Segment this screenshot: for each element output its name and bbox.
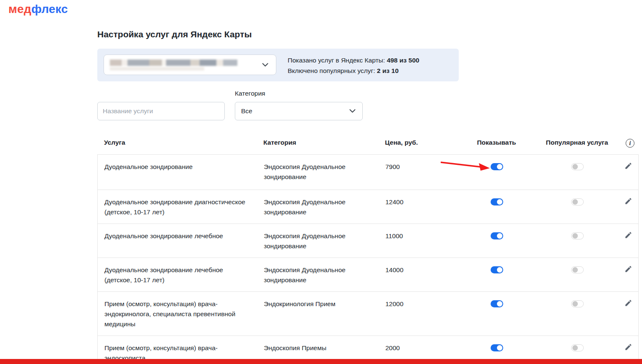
service-price: 7900 [385, 155, 463, 190]
clinic-name-redacted [110, 60, 237, 70]
service-price: 11000 [385, 224, 463, 257]
table-row: Дуоденальное зондирование лечебное (детс… [98, 258, 638, 292]
header-price: Цена, руб. [385, 135, 463, 154]
service-price: 12000 [385, 292, 463, 335]
page-title: Настройка услуг для Яндекс Карты [97, 29, 252, 39]
table-row: Дуоденальное зондирование диагностическо… [98, 190, 638, 224]
show-toggle[interactable] [491, 300, 503, 307]
summary-panel: Показано услуг в Яндекс Карты: 498 из 50… [97, 49, 459, 81]
table-header-row: Услуга Категория Цена, руб. Показывать П… [97, 135, 639, 154]
category-filter-label: Категория [235, 90, 265, 97]
show-toggle[interactable] [491, 266, 503, 273]
popular-toggle[interactable] [571, 300, 584, 307]
service-name: Дуоденальное зондирование лечебное [98, 224, 264, 257]
table-row: Дуоденальное зондирование Эндоскопия Дуо… [98, 155, 638, 190]
service-category: Эндоскопия Дуоденальное зондирование [264, 224, 385, 257]
service-name-input[interactable] [97, 102, 225, 120]
medflex-logo[interactable]: медфлекс [8, 3, 68, 16]
header-category: Категория [263, 135, 385, 154]
logo-part-red: мед [8, 3, 31, 16]
show-toggle[interactable] [491, 232, 503, 239]
info-icon[interactable]: i [626, 139, 634, 148]
clinic-select[interactable] [104, 55, 276, 75]
chevron-down-icon [262, 63, 268, 67]
services-table: Услуга Категория Цена, руб. Показывать П… [97, 135, 639, 364]
category-select[interactable]: Все [235, 102, 363, 120]
edit-pencil-icon[interactable] [624, 265, 632, 273]
service-price: 12400 [385, 190, 463, 224]
service-category: Эндоскопия Дуоденальное зондирование [264, 190, 385, 224]
service-name: Дуоденальное зондирование лечебное (детс… [98, 258, 264, 291]
service-price: 14000 [385, 258, 463, 291]
service-name: Прием (осмотр, консультация) врача-эндок… [98, 292, 264, 335]
popular-toggle[interactable] [571, 163, 584, 170]
popular-toggle[interactable] [571, 232, 584, 239]
popular-services-count: 2 из 10 [377, 67, 399, 74]
service-category: Эндоскопия Дуоденальное зондирование [264, 258, 385, 291]
popular-toggle[interactable] [571, 266, 584, 273]
header-show: Показывать [463, 135, 530, 154]
service-name: Дуоденальное зондирование диагностическо… [98, 190, 264, 224]
shown-services-count: 498 из 500 [387, 57, 419, 64]
table-body: Дуоденальное зондирование Эндоскопия Дуо… [97, 154, 639, 364]
header-popular: Популярная услуга [530, 135, 624, 154]
table-row: Дуоденальное зондирование лечебное Эндос… [98, 224, 638, 258]
shown-services-line: Показано услуг в Яндекс Карты: 498 из 50… [288, 55, 419, 65]
show-toggle[interactable] [491, 198, 503, 205]
edit-pencil-icon[interactable] [624, 299, 632, 307]
service-category: Эндокринология Прием [264, 292, 385, 335]
edit-pencil-icon[interactable] [624, 231, 632, 239]
edit-pencil-icon[interactable] [624, 197, 632, 205]
category-select-value: Все [241, 107, 252, 115]
show-toggle[interactable] [491, 163, 503, 170]
bottom-red-bar [0, 359, 642, 364]
service-name: Дуоденальное зондирование [98, 155, 264, 190]
popular-toggle[interactable] [571, 344, 584, 351]
header-service: Услуга [97, 135, 263, 154]
show-toggle[interactable] [491, 344, 503, 351]
popular-toggle[interactable] [571, 198, 584, 205]
popular-services-line: Включено популярных услуг: 2 из 10 [288, 65, 419, 76]
edit-pencil-icon[interactable] [624, 162, 632, 170]
service-category: Эндоскопия Дуоденальное зондирование [264, 155, 385, 190]
edit-pencil-icon[interactable] [624, 343, 632, 351]
logo-part-blue: флекс [31, 3, 68, 16]
table-row: Прием (осмотр, консультация) врача-эндок… [98, 292, 638, 336]
chevron-down-icon [349, 109, 356, 113]
summary-text: Показано услуг в Яндекс Карты: 498 из 50… [288, 55, 419, 76]
